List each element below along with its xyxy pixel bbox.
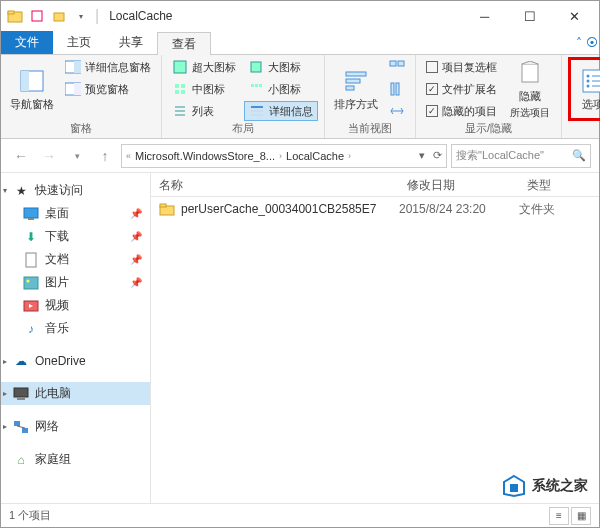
tab-file[interactable]: 文件 — [1, 31, 53, 54]
checkbox-icon — [426, 61, 438, 73]
forward-button[interactable]: → — [37, 144, 61, 168]
search-icon[interactable]: 🔍 — [572, 149, 586, 162]
sidebar-videos[interactable]: 视频 — [1, 294, 150, 317]
svg-rect-25 — [346, 72, 366, 76]
svg-rect-12 — [181, 84, 185, 88]
svg-rect-47 — [14, 388, 28, 397]
svg-rect-5 — [21, 71, 29, 91]
tab-home[interactable]: 主页 — [53, 31, 105, 54]
navigation-pane-button[interactable]: 导航窗格 — [7, 57, 57, 121]
svg-rect-19 — [251, 84, 254, 87]
sort-icon — [342, 67, 370, 95]
tab-share[interactable]: 共享 — [105, 31, 157, 54]
svg-rect-48 — [17, 398, 25, 400]
svg-rect-41 — [28, 218, 34, 220]
preview-pane-button[interactable]: 预览窗格 — [61, 79, 155, 99]
add-columns-button[interactable] — [385, 79, 409, 99]
svg-rect-18 — [251, 62, 261, 72]
details-view-toggle[interactable]: ≡ — [549, 507, 569, 525]
svg-rect-11 — [175, 84, 179, 88]
add-columns-icon — [389, 81, 405, 97]
group-by-button[interactable] — [385, 57, 409, 77]
file-date: 2015/8/24 23:20 — [399, 202, 519, 216]
column-modified[interactable]: 修改日期 — [399, 173, 519, 196]
layout-medium[interactable]: 中图标 — [168, 79, 240, 99]
sidebar-desktop[interactable]: 桌面📌 — [1, 202, 150, 225]
search-input[interactable]: 搜索"LocalCache" 🔍 — [451, 144, 591, 168]
folder-icon — [7, 8, 23, 24]
breadcrumb-segment[interactable]: LocalCache — [286, 150, 344, 162]
group-label-current-view: 当前视图 — [331, 121, 409, 138]
sidebar-documents[interactable]: 文档📌 — [1, 248, 150, 271]
qat-properties-icon[interactable] — [29, 8, 45, 24]
item-checkboxes-toggle[interactable]: 项目复选框 — [422, 57, 501, 77]
svg-rect-23 — [251, 110, 263, 112]
svg-line-51 — [17, 426, 25, 428]
pin-icon: 📌 — [130, 254, 142, 265]
column-headers: 名称 修改日期 类型 — [151, 173, 599, 197]
sort-by-button[interactable]: 排序方式 — [331, 57, 381, 121]
layout-extra-large[interactable]: 超大图标 — [168, 57, 240, 77]
close-button[interactable]: ✕ — [552, 2, 597, 30]
back-button[interactable]: ← — [9, 144, 33, 168]
hidden-items-toggle[interactable]: ✓隐藏的项目 — [422, 101, 501, 121]
sidebar-network[interactable]: ▸网络 — [1, 415, 150, 438]
pictures-icon — [23, 275, 39, 291]
history-dropdown-icon[interactable]: ▾ — [419, 149, 425, 162]
qat-dropdown-icon[interactable]: ▾ — [73, 8, 89, 24]
column-name[interactable]: 名称 — [151, 173, 399, 196]
layout-small[interactable]: 小图标 — [244, 79, 318, 99]
breadcrumb[interactable]: « Microsoft.WindowsStore_8... › LocalCac… — [121, 144, 447, 168]
maximize-button[interactable]: ☐ — [507, 2, 552, 30]
sidebar-homegroup[interactable]: ⌂家庭组 — [1, 448, 150, 471]
nav-pane-icon — [18, 67, 46, 95]
details-pane-button[interactable]: 详细信息窗格 — [61, 57, 155, 77]
sidebar-downloads[interactable]: ⬇下载📌 — [1, 225, 150, 248]
qat-new-folder-icon[interactable] — [51, 8, 67, 24]
sidebar-quick-access[interactable]: ▾★快速访问 — [1, 179, 150, 202]
up-button[interactable]: ↑ — [93, 144, 117, 168]
svg-rect-53 — [160, 204, 166, 207]
options-button[interactable]: 选项 — [568, 57, 600, 121]
breadcrumb-segment[interactable]: Microsoft.WindowsStore_8... — [135, 150, 275, 162]
sidebar-pictures[interactable]: 图片📌 — [1, 271, 150, 294]
titlebar: ▾ | LocalCache ─ ☐ ✕ — [1, 1, 599, 31]
layout-large[interactable]: 大图标 — [244, 57, 318, 77]
preview-pane-icon — [65, 81, 81, 97]
refresh-icon[interactable]: ⟳ — [433, 149, 442, 162]
svg-rect-42 — [26, 253, 36, 267]
ribbon-tabs: 文件 主页 共享 查看 ˄ ⦿ — [1, 31, 599, 55]
list-item[interactable]: perUserCache_00034001CB2585E7 2015/8/24 … — [151, 197, 599, 221]
minimize-button[interactable]: ─ — [462, 2, 507, 30]
thumbnails-view-toggle[interactable]: ▦ — [571, 507, 591, 525]
svg-rect-55 — [510, 484, 518, 492]
size-columns-button[interactable] — [385, 101, 409, 121]
svg-rect-9 — [74, 83, 81, 95]
svg-rect-13 — [175, 90, 179, 94]
recent-locations-button[interactable]: ▾ — [65, 144, 89, 168]
tab-view[interactable]: 查看 — [157, 32, 211, 55]
pin-icon: 📌 — [130, 277, 142, 288]
hide-selected-button[interactable]: 隐藏 所选项目 — [505, 57, 555, 121]
svg-rect-7 — [74, 61, 81, 73]
file-list-area: 名称 修改日期 类型 perUserCache_00034001CB2585E7… — [151, 173, 599, 503]
group-label-panes: 窗格 — [7, 121, 155, 138]
chevron-left-icon[interactable]: « — [126, 151, 131, 161]
column-type[interactable]: 类型 — [519, 173, 599, 196]
chevron-right-icon: › — [348, 151, 351, 161]
videos-icon — [23, 298, 39, 314]
sidebar-this-pc[interactable]: ▸此电脑 — [1, 382, 150, 405]
layout-details[interactable]: 详细信息 — [244, 101, 318, 121]
folder-icon — [159, 202, 175, 216]
sidebar-onedrive[interactable]: ▸☁OneDrive — [1, 350, 150, 372]
md-icons-icon — [172, 81, 188, 97]
sidebar-music[interactable]: ♪音乐 — [1, 317, 150, 340]
file-extensions-toggle[interactable]: ✓文件扩展名 — [422, 79, 501, 99]
window-title: LocalCache — [109, 9, 172, 23]
ribbon: 导航窗格 详细信息窗格 预览窗格 窗格 超大图标 中图标 列表 大图标 小图标 — [1, 55, 599, 139]
svg-rect-32 — [522, 64, 538, 82]
layout-list[interactable]: 列表 — [168, 101, 240, 121]
svg-rect-50 — [22, 428, 28, 433]
ribbon-help-icon[interactable]: ˄ ⦿ — [575, 31, 599, 54]
svg-rect-30 — [391, 83, 394, 95]
